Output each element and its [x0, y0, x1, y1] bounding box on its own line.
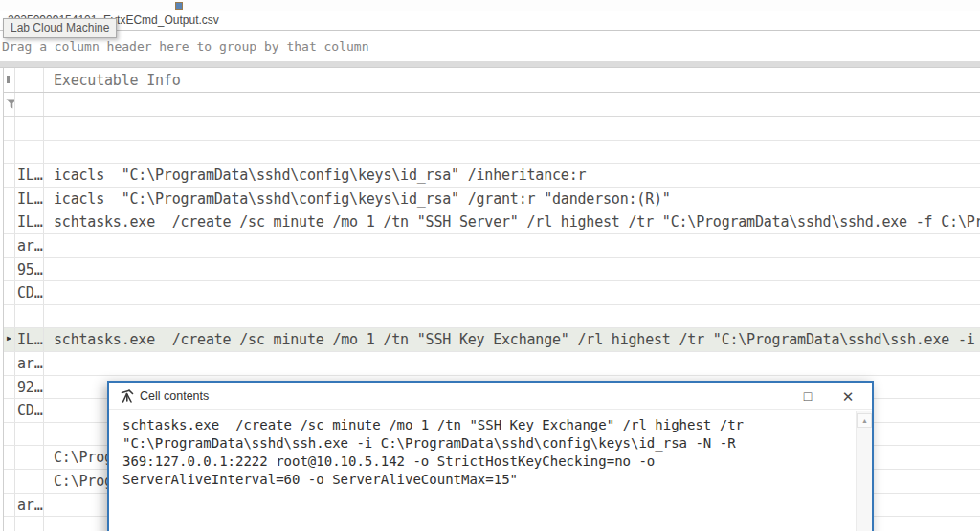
- filter-row: aBc: [4, 93, 980, 117]
- row-indicator-cell[interactable]: ▶: [4, 234, 15, 257]
- cell-contents-line: "C:\ProgramData\sshd\ssh.exe -i C:\Progr…: [122, 434, 851, 453]
- tab-bar: 20250909154101_EvtxECmd_Output.csv: [0, 11, 980, 31]
- clipped-column-cell[interactable]: [15, 117, 44, 140]
- clipped-column-cell[interactable]: CD…: [15, 399, 44, 422]
- executable-info-cell[interactable]: schtasks.exe /create /sc minute /mo 1 /t…: [44, 210, 980, 233]
- table-row[interactable]: ▶: [4, 117, 980, 141]
- row-indicator-cell[interactable]: ▶: [4, 164, 15, 187]
- row-indicator-cell[interactable]: ▶: [4, 188, 15, 210]
- executable-info-cell[interactable]: schtasks.exe /create /sc minute /mo 1 /t…: [44, 328, 980, 351]
- row-indicator-cell[interactable]: ▶: [4, 399, 15, 422]
- tooltip: Lab Cloud Machine: [3, 18, 117, 38]
- clipped-column-cell[interactable]: IL…: [15, 164, 44, 187]
- clipped-column-cell[interactable]: IL…: [15, 210, 44, 233]
- clipped-column-cell[interactable]: ar…: [15, 494, 44, 517]
- group-by-panel[interactable]: Drag a column header here to group by th…: [0, 31, 980, 61]
- clipped-column-cell[interactable]: CD…: [15, 281, 44, 304]
- row-indicator-cell[interactable]: ▶: [4, 517, 15, 531]
- cell-contents-window: Cell contents □ ✕ schtasks.exe /create /…: [107, 381, 874, 531]
- separator-band: [0, 61, 980, 68]
- executable-info-cell[interactable]: icacls "C:\ProgramData\sshd\config\keys\…: [44, 188, 980, 210]
- table-row[interactable]: ▶ IL… schtasks.exe /create /sc minute /m…: [4, 210, 980, 234]
- table-row[interactable]: ▶ IL… icacls "C:\ProgramData\sshd\config…: [4, 188, 980, 211]
- group-by-hint-text: Drag a column header here to group by th…: [2, 39, 369, 54]
- clipped-column-cell[interactable]: [15, 470, 44, 493]
- table-row[interactable]: ▶: [4, 305, 980, 329]
- row-indicator-cell[interactable]: ▶: [4, 470, 15, 493]
- cell-contents-line: schtasks.exe /create /sc minute /mo 1 /t…: [122, 416, 851, 434]
- cell-contents-line: 369:127.0.0.1:2222 root@10.10.5.142 -o S…: [122, 453, 851, 471]
- row-indicator-cell[interactable]: ▶: [4, 210, 15, 233]
- filter-cell-executable-info[interactable]: aBc: [44, 93, 980, 116]
- cell-contents-body[interactable]: schtasks.exe /create /sc minute /mo 1 /t…: [109, 411, 872, 531]
- filter-cell-clipped-column[interactable]: [15, 93, 44, 116]
- table-row[interactable]: ▶: [4, 141, 980, 165]
- clipped-column-cell[interactable]: [15, 423, 44, 446]
- row-indicator-cell[interactable]: ▶: [4, 328, 15, 351]
- filter-funnel-icon[interactable]: [6, 99, 15, 109]
- executable-info-cell[interactable]: [44, 258, 980, 281]
- clipped-column-cell[interactable]: [15, 446, 44, 469]
- row-indicator-cell[interactable]: ▶: [4, 281, 15, 304]
- row-indicator-cell[interactable]: ▶: [4, 376, 15, 399]
- column-header-row: Executable Info: [4, 68, 980, 93]
- toolbar-icon-fragment: [175, 2, 183, 10]
- row-indicator-cell[interactable]: ▶: [4, 494, 15, 517]
- row-indicator-cell[interactable]: ▶: [4, 258, 15, 281]
- row-indicator-cell[interactable]: ▶: [4, 446, 15, 469]
- clipped-column-cell[interactable]: 95…: [15, 258, 44, 281]
- close-button[interactable]: ✕: [832, 383, 864, 410]
- filter-row-indicator-cell[interactable]: [4, 93, 15, 116]
- table-row[interactable]: ▶ CD…: [4, 281, 980, 305]
- maximize-button[interactable]: □: [791, 383, 824, 410]
- executable-info-cell[interactable]: [44, 281, 980, 304]
- clipped-column-cell[interactable]: [15, 517, 44, 531]
- executable-info-cell[interactable]: [44, 234, 980, 257]
- cell-contents-text[interactable]: schtasks.exe /create /sc minute /mo 1 /t…: [122, 416, 851, 489]
- telescope-icon: [121, 389, 135, 404]
- table-row[interactable]: ▶ IL… icacls "C:\ProgramData\sshd\config…: [4, 164, 980, 188]
- executable-info-cell[interactable]: [44, 141, 980, 164]
- executable-info-cell[interactable]: [44, 352, 980, 375]
- selected-row-arrow-icon: ▶: [7, 335, 11, 343]
- clipped-column-cell[interactable]: 92…: [15, 376, 44, 399]
- column-header-executable-info[interactable]: Executable Info: [44, 68, 980, 92]
- row-indicator-cell[interactable]: ▶: [4, 305, 15, 328]
- scroll-up-button[interactable]: ▲: [858, 413, 872, 428]
- clipped-column-cell[interactable]: [15, 141, 44, 164]
- row-indicator-cell[interactable]: ▶: [4, 117, 15, 140]
- executable-info-cell[interactable]: icacls "C:\ProgramData\sshd\config\keys\…: [44, 164, 980, 187]
- table-row[interactable]: ▶ ar…: [4, 352, 980, 376]
- clipped-column-header[interactable]: [15, 68, 44, 92]
- vertical-scrollbar[interactable]: ▲: [856, 411, 872, 531]
- executable-info-cell[interactable]: [44, 305, 980, 328]
- top-toolbar-fragment: [0, 0, 980, 11]
- clipped-column-cell[interactable]: [15, 305, 44, 328]
- executable-info-cell[interactable]: [44, 117, 980, 140]
- cell-contents-line: ServerAliveInterval=60 -o ServerAliveCou…: [122, 471, 851, 489]
- table-row[interactable]: ▶ ar…: [4, 234, 980, 258]
- row-indicator-cell[interactable]: ▶: [4, 352, 15, 375]
- row-indicator-cell[interactable]: ▶: [4, 141, 15, 164]
- app-window: 20250909154101_EvtxECmd_Output.csv Lab C…: [0, 0, 980, 531]
- table-row[interactable]: ▶ 95…: [4, 258, 980, 282]
- table-row[interactable]: ▶ IL… schtasks.exe /create /sc minute /m…: [4, 328, 980, 352]
- cell-contents-titlebar[interactable]: Cell contents □ ✕: [109, 383, 872, 410]
- row-indicator-cell[interactable]: ▶: [4, 423, 15, 446]
- clipped-column-cell[interactable]: ar…: [15, 234, 44, 257]
- clipped-column-cell[interactable]: ar…: [15, 352, 44, 375]
- cell-contents-title: Cell contents: [140, 389, 209, 403]
- clipped-column-cell[interactable]: IL…: [15, 188, 44, 210]
- clipped-column-cell[interactable]: IL…: [15, 328, 44, 351]
- row-indicator-header: [4, 68, 15, 92]
